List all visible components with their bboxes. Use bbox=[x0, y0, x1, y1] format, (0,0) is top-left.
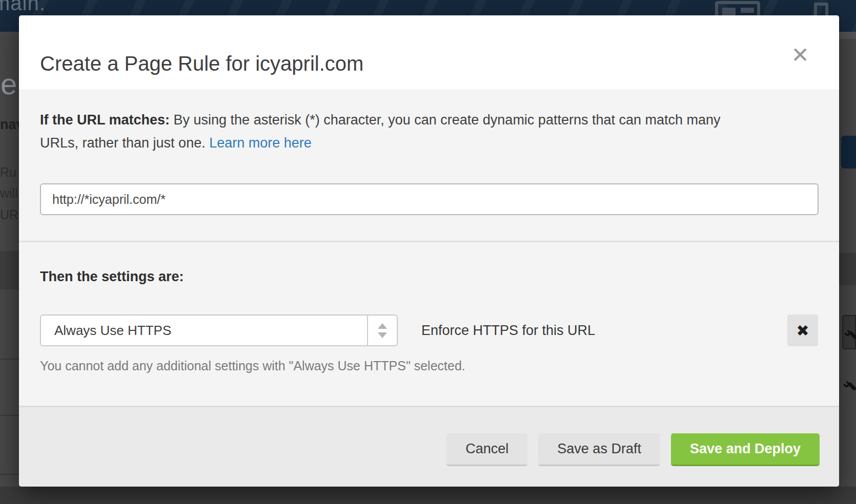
wrench-icon bbox=[842, 375, 856, 393]
background-bottom-shade bbox=[0, 487, 856, 504]
modal-title: Create a Page Rule for icyapril.com bbox=[40, 52, 363, 75]
create-page-rule-modal: Create a Page Rule for icyapril.com ✕ If… bbox=[19, 15, 839, 487]
background-topbar-text-fragment: main. bbox=[0, 0, 46, 15]
background-button-fragment bbox=[841, 136, 856, 169]
background-table-header-band bbox=[0, 251, 19, 289]
background-row-divider bbox=[0, 415, 19, 416]
save-deploy-button[interactable]: Save and Deploy bbox=[671, 433, 820, 466]
background-text-fragment: e bbox=[1, 67, 17, 101]
setting-description: Enforce HTTPS for this URL bbox=[421, 323, 595, 339]
setting-select-value: Always Use HTTPS bbox=[41, 316, 367, 345]
url-pattern-input[interactable] bbox=[40, 183, 819, 215]
setting-row: Always Use HTTPS Enforce HTTPS for this … bbox=[40, 314, 818, 346]
url-match-paragraph: If the URL matches: By using the asteris… bbox=[40, 109, 758, 155]
background-row-divider bbox=[0, 359, 19, 360]
remove-setting-button[interactable]: ✖ bbox=[787, 314, 818, 346]
background-band bbox=[839, 32, 856, 39]
settings-note: You cannot add any additional settings w… bbox=[40, 359, 818, 373]
background-text-fragment: UR bbox=[0, 207, 18, 222]
learn-more-link[interactable]: Learn more here bbox=[209, 135, 312, 151]
spinner-down-icon bbox=[378, 332, 387, 338]
spinner-up-icon bbox=[378, 323, 387, 329]
remove-setting-icon: ✖ bbox=[796, 322, 809, 340]
background-text-fragment: will bbox=[0, 186, 18, 201]
page-background: main. e nav Ru will UR Create a Page Rul… bbox=[0, 0, 856, 504]
settings-section: Then the settings are: Always Use HTTPS … bbox=[19, 242, 839, 406]
url-match-label: If the URL matches: bbox=[40, 112, 170, 128]
url-match-section: If the URL matches: By using the asteris… bbox=[19, 90, 839, 241]
background-band bbox=[839, 253, 856, 285]
settings-heading: Then the settings are: bbox=[40, 269, 818, 285]
setting-select[interactable]: Always Use HTTPS bbox=[40, 314, 398, 346]
select-spinner bbox=[367, 316, 397, 345]
close-icon[interactable]: ✕ bbox=[788, 43, 812, 68]
cancel-button[interactable]: Cancel bbox=[446, 433, 527, 466]
background-row-divider bbox=[0, 474, 19, 475]
modal-header: Create a Page Rule for icyapril.com ✕ bbox=[19, 15, 839, 90]
background-text-fragment: Ru bbox=[0, 165, 16, 180]
save-draft-button[interactable]: Save as Draft bbox=[538, 433, 660, 466]
modal-footer: Cancel Save as Draft Save and Deploy bbox=[19, 406, 839, 487]
